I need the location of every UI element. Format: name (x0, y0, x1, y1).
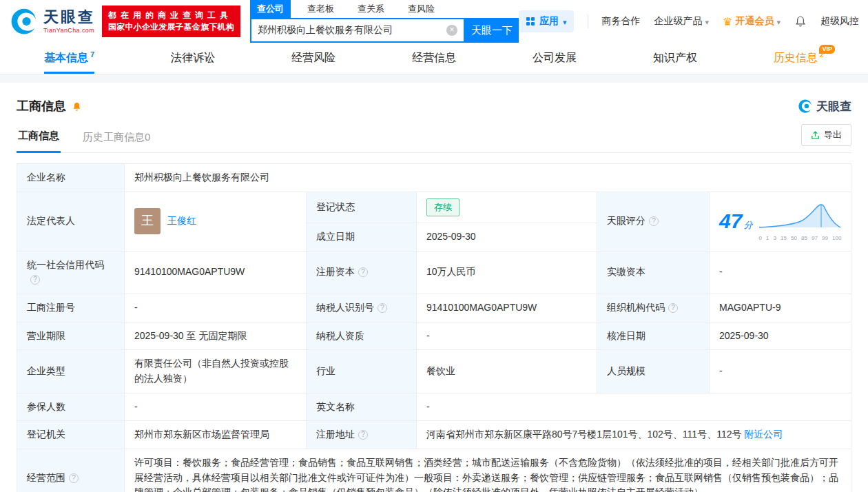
business-scope-value: 许可项目：餐饮服务；食品经营管理；食品销售；食品互联网销售；酒类经营；城市配送运… (125, 449, 851, 492)
field-label: 行业 (316, 365, 335, 376)
registration-authority-value: 郑州市郑东新区市场监督管理局 (125, 421, 307, 449)
business-term-label: 营业期限 (17, 322, 125, 350)
registered-address-value: 河南省郑州市郑东新区康平路80号7号楼1层101号、102号、111号、112号… (417, 421, 851, 449)
tab-intellectual-property[interactable]: 知识产权 (653, 43, 697, 74)
search-tab-relation[interactable]: 查关系 (351, 0, 391, 18)
top-nav: 应用 商务合作 企业级产品 开通会员 超级风控 (519, 10, 858, 32)
nav-super-risk[interactable]: 超级风控 (820, 15, 858, 28)
paid-in-capital-label: 实缴资本 (597, 251, 710, 294)
tab-label: 基本信息 (44, 51, 88, 65)
tab-operation-info[interactable]: 经营信息 (412, 43, 456, 74)
score-distribution-chart: 0131550859799100 (758, 200, 842, 243)
export-button[interactable]: 导出 (801, 124, 851, 146)
field-label: 注册地址 (316, 429, 355, 440)
nav-open-membership[interactable]: 开通会员 (723, 15, 781, 28)
help-icon[interactable] (378, 303, 387, 313)
help-icon[interactable] (69, 473, 79, 483)
main-tab-bar: 基本信息7 法律诉讼 经营风险 经营信息 公司发展 知识产权 VIP 历史信息2 (0, 43, 868, 74)
table-row: 企业名称 郑州积极向上餐饮服务有限公司 (17, 164, 851, 192)
establishment-date-label: 成立日期 (307, 223, 417, 251)
help-icon[interactable] (358, 267, 368, 277)
tab-company-development[interactable]: 公司发展 (533, 43, 577, 74)
crown-icon (723, 15, 732, 28)
business-registration-section: 工商信息 天眼查 工商信息 历史工商信息0 导出 (0, 83, 868, 492)
tianyan-score-value: 47分 0131550859799100 (710, 192, 851, 251)
business-registration-number-value: - (125, 294, 307, 322)
chevron-down-icon (563, 16, 567, 27)
registration-status-value: 存续 (417, 192, 597, 223)
search-button[interactable]: 天眼一下 (465, 18, 519, 43)
score-value: 47 (719, 209, 742, 232)
help-icon[interactable] (649, 216, 659, 226)
organization-code-label: 组织机构代码 (597, 294, 710, 322)
tab-label: 法律诉讼 (171, 51, 215, 65)
bell-icon (794, 15, 807, 28)
tab-basic-info[interactable]: 基本信息7 (44, 43, 94, 74)
establishment-date-value: 2025-09-30 (417, 223, 597, 251)
tab-label: 历史信息 (774, 51, 818, 65)
business-term-value: 2025-09-30 至 无固定期限 (125, 322, 307, 350)
nav-enterprise-products[interactable]: 企业级产品 (654, 15, 710, 28)
clear-search-icon[interactable] (446, 25, 457, 36)
apps-label: 应用 (539, 15, 559, 28)
search-input[interactable] (251, 25, 446, 36)
nearby-companies-link[interactable]: 附近公司 (744, 429, 783, 440)
divider (588, 14, 588, 28)
english-name-value: - (417, 393, 851, 421)
nav-enterprise-label: 企业级产品 (654, 15, 703, 28)
legal-representative-label: 法定代表人 (17, 192, 125, 251)
company-name-label: 企业名称 (17, 164, 125, 192)
notifications-button[interactable] (794, 15, 807, 28)
help-icon[interactable] (30, 275, 40, 285)
tab-label: 经营风险 (291, 51, 335, 65)
tab-legal-proceedings[interactable]: 法律诉讼 (171, 43, 215, 74)
search-tab-risk[interactable]: 查风险 (401, 0, 442, 18)
address-text: 河南省郑州市郑东新区康平路80号7号楼1层101号、102号、111号、112号 (426, 429, 741, 440)
table-row: 企业类型 有限责任公司（非自然人投资或控股的法人独资） 行业 餐饮业 人员规模 … (17, 350, 851, 393)
taxpayer-id-value: 91410100MAG0APTU9W (417, 294, 597, 322)
registered-address-label: 注册地址 (307, 421, 417, 449)
chevron-down-icon (776, 16, 781, 27)
watermark-label: 天眼查 (816, 99, 851, 114)
field-label: 法定代表人 (27, 215, 75, 226)
field-label: 纳税人识别号 (316, 302, 374, 313)
tab-history-info[interactable]: VIP 历史信息2 (774, 43, 824, 74)
taxpayer-qualification-value: - (417, 322, 597, 350)
field-label: 登记状态 (316, 201, 355, 212)
field-label: 核准日期 (607, 330, 645, 341)
logo-text: 天眼查 TianYanCha.com (43, 9, 95, 33)
organization-code-value: MAG0APTU-9 (710, 294, 851, 322)
tab-count: 7 (90, 50, 94, 59)
staff-size-label: 人员规模 (597, 350, 710, 393)
nav-business-cooperation[interactable]: 商务合作 (602, 15, 641, 28)
legal-rep-link[interactable]: 王俊红 (167, 214, 196, 229)
score-number: 47分 (719, 205, 752, 238)
help-icon[interactable] (358, 430, 368, 440)
section-head: 工商信息 天眼查 (17, 98, 851, 114)
taxpayer-qualification-label: 纳税人资质 (307, 322, 417, 350)
search-tab-company[interactable]: 查公司 (250, 0, 291, 18)
tab-operational-risk[interactable]: 经营风险 (291, 43, 335, 74)
section-title: 工商信息 (17, 98, 66, 114)
unified-credit-code-value: 91410100MAG0APTU9W (125, 251, 307, 294)
field-label: 英文名称 (316, 401, 355, 412)
apps-grid-icon (526, 17, 535, 26)
nav-cooperation-label: 商务合作 (602, 15, 641, 28)
help-icon[interactable] (668, 303, 678, 313)
tab-label: 经营信息 (412, 51, 456, 65)
business-registration-number-label: 工商注册号 (17, 294, 125, 322)
subtab-business-registration[interactable]: 工商信息 (17, 130, 61, 153)
subtab-history-registration[interactable]: 历史工商信息0 (81, 131, 152, 152)
tianyancha-logo[interactable]: 天眼查 TianYanCha.com (10, 7, 95, 36)
search-tabs: 查公司 查老板 查关系 查风险 (250, 0, 519, 18)
apps-menu[interactable]: 应用 (519, 10, 574, 32)
brand-domain: TianYanCha.com (43, 27, 95, 34)
monitor-bell-icon[interactable] (72, 101, 82, 112)
section-divider (0, 74, 868, 83)
table-row: 统一社会信用代码 91410100MAG0APTU9W 注册资本 10万人民币 … (17, 251, 851, 294)
status-badge: 存续 (426, 198, 459, 216)
enterprise-type-value: 有限责任公司（非自然人投资或控股的法人独资） (125, 350, 307, 393)
search-tab-boss[interactable]: 查老板 (300, 0, 341, 18)
table-row: 法定代表人 王 王俊红 登记状态 存续 天眼评分 (17, 192, 851, 223)
score-unit: 分 (743, 220, 752, 230)
